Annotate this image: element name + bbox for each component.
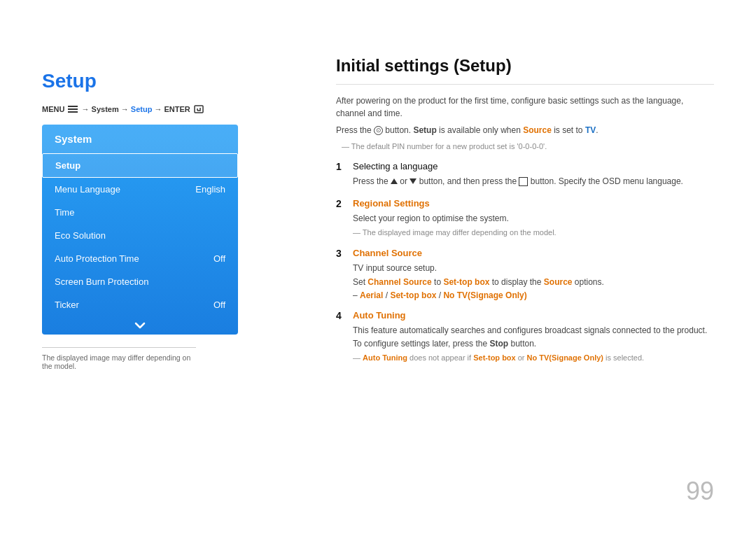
- step-1-body: Press the or button, and then press the …: [336, 175, 714, 188]
- step-2: 2 Regional Settings Select your region t…: [336, 198, 714, 239]
- menu-item-time-label: Time: [55, 207, 74, 218]
- menu-item-auto-protection-time-label: Auto Protection Time: [55, 253, 139, 264]
- step-4-body: This feature automatically searches and …: [336, 324, 714, 351]
- left-column: Setup MENU → System → Setup → ENTER: [42, 28, 294, 506]
- intro-line2: Press the ⊙ button. Setup is available o…: [336, 124, 714, 136]
- menu-item-time[interactable]: Time: [42, 201, 238, 224]
- setup-bold: Setup: [413, 125, 436, 135]
- menu-label: MENU: [42, 105, 64, 113]
- breadcrumb: MENU → System → Setup → ENTER: [42, 105, 294, 115]
- set-top-box-label: Set-top box: [443, 277, 489, 287]
- enter-icon: [194, 105, 204, 115]
- step-2-title: Regional Settings: [353, 198, 430, 209]
- auto-tuning-note-label: Auto Tuning: [363, 353, 407, 362]
- tri-up-icon: [391, 178, 398, 184]
- footnote-text: The displayed image may differ depending…: [42, 353, 190, 370]
- step-4-note: Auto Tuning does not appear if Set-top b…: [336, 352, 714, 364]
- set-top-box-label2: Set-top box: [390, 290, 436, 300]
- step-1-title: Selecting a language: [353, 161, 438, 171]
- step-3: 3 Channel Source TV input source setup. …: [336, 248, 714, 300]
- step-1-number: 1: [336, 161, 347, 172]
- step-1-header: 1 Selecting a language: [336, 161, 714, 172]
- step-4: 4 Auto Tuning This feature automatically…: [336, 310, 714, 364]
- tv-blue: TV: [585, 125, 596, 135]
- step-2-header: 2 Regional Settings: [336, 198, 714, 209]
- pin-note: The default PIN number for a new product…: [336, 141, 714, 153]
- menu-item-menu-language-label: Menu Language: [55, 184, 120, 195]
- svg-rect-0: [68, 106, 78, 107]
- menu-item-ticker-value: Off: [214, 300, 225, 310]
- system-panel: System Setup Menu Language English Time …: [42, 125, 238, 335]
- menu-item-ticker-label: Ticker: [55, 300, 79, 310]
- system-crumb: System: [92, 105, 119, 113]
- panel-header: System: [42, 125, 238, 153]
- menu-item-menu-language-value: English: [195, 184, 225, 195]
- tri-down-icon: [410, 178, 416, 184]
- svg-rect-1: [68, 108, 78, 110]
- svg-rect-3: [195, 106, 203, 113]
- page-number: 99: [686, 477, 714, 506]
- pin-note-text: The default PIN number for a new product…: [351, 142, 547, 150]
- no-tv-note-label: No TV(Signage Only): [527, 353, 603, 362]
- step-2-number: 2: [336, 198, 347, 209]
- menu-item-eco-solution[interactable]: Eco Solution: [42, 224, 238, 247]
- menu-item-auto-protection-time[interactable]: Auto Protection Time Off: [42, 247, 238, 270]
- source-orange: Source: [523, 125, 552, 135]
- step-4-header: 4 Auto Tuning: [336, 310, 714, 321]
- arrow1: →: [82, 105, 90, 113]
- setup-crumb: Setup: [131, 105, 153, 113]
- step-2-body: Select your region to optimise the syste…: [336, 212, 714, 225]
- intro-text-content: After powering on the product for the fi…: [336, 96, 683, 118]
- intro-line1: After powering on the product for the fi…: [336, 94, 714, 120]
- step-3-dash: Aerial / Set-top box / No TV(Signage Onl…: [336, 290, 714, 300]
- step-3-number: 3: [336, 248, 347, 259]
- step-2-note-text: The displayed image may differ depending…: [363, 228, 556, 237]
- section-title: Setup: [42, 70, 294, 92]
- menu-item-menu-language[interactable]: Menu Language English: [42, 178, 238, 201]
- step-3-body: TV input source setup. Set Channel Sourc…: [336, 262, 714, 288]
- step-4-number: 4: [336, 310, 347, 321]
- svg-rect-2: [68, 111, 78, 113]
- source-label: Source: [544, 277, 573, 287]
- circle-button-icon: ⊙: [374, 126, 383, 135]
- menu-item-auto-protection-time-value: Off: [214, 253, 225, 264]
- step-2-note: The displayed image may differ depending…: [336, 227, 714, 239]
- scroll-down-button[interactable]: [42, 316, 238, 335]
- arrow3: →: [154, 105, 162, 113]
- menu-item-setup-label: Setup: [55, 160, 80, 171]
- right-column: Initial settings (Setup) After powering …: [322, 28, 714, 506]
- step-4-title: Auto Tuning: [353, 310, 406, 321]
- step-3-title: Channel Source: [353, 248, 422, 258]
- stop-label: Stop: [489, 339, 508, 349]
- left-footnote: The displayed image may differ depending…: [42, 347, 196, 370]
- right-title: Initial settings (Setup): [336, 56, 714, 85]
- enter-label: ENTER: [164, 105, 190, 113]
- arrow2: →: [121, 105, 129, 113]
- step-3-header: 3 Channel Source: [336, 248, 714, 259]
- set-top-box-note-label: Set-top box: [473, 353, 516, 362]
- menu-item-screen-burn-protection[interactable]: Screen Burn Protection: [42, 270, 238, 293]
- menu-item-setup[interactable]: Setup: [42, 153, 238, 178]
- step-1: 1 Selecting a language Press the or butt…: [336, 161, 714, 188]
- menu-item-ticker[interactable]: Ticker Off: [42, 293, 238, 316]
- menu-item-screen-burn-protection-label: Screen Burn Protection: [55, 276, 148, 287]
- menu-item-eco-solution-label: Eco Solution: [55, 230, 106, 241]
- step-4-note-text: Auto Tuning does not appear if Set-top b…: [363, 353, 644, 362]
- menu-icon: [68, 106, 78, 115]
- no-tv-label: No TV(Signage Only): [443, 290, 526, 300]
- aerial-label: Aerial: [360, 290, 383, 300]
- channel-source-label: Channel Source: [368, 277, 431, 287]
- enter-btn-icon: [519, 177, 528, 186]
